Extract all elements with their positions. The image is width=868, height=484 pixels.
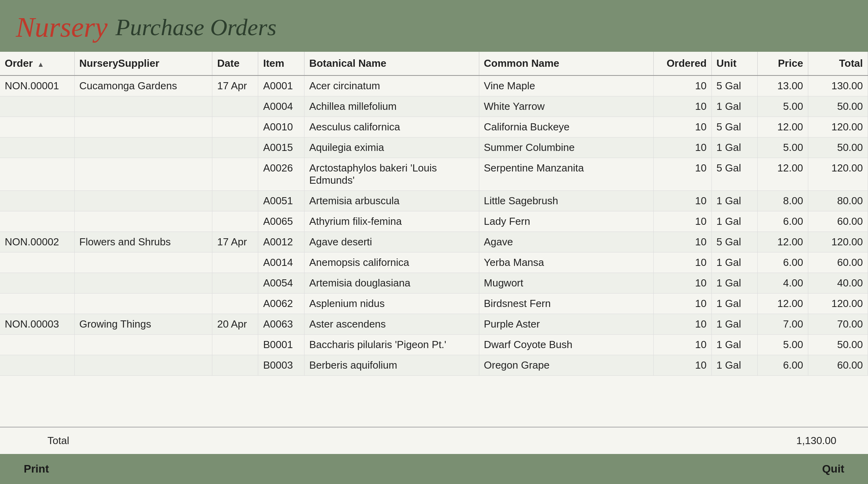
table-cell: 13.00	[758, 75, 808, 96]
table-cell	[0, 96, 74, 117]
table-cell: A0065	[258, 211, 304, 232]
table-cell: 17 Apr	[212, 232, 258, 252]
nursery-title: Nursery	[16, 11, 108, 44]
table-cell: 17 Apr	[212, 75, 258, 96]
table-cell	[0, 252, 74, 273]
table-body: NON.00001Cucamonga Gardens17 AprA0001Ace…	[0, 75, 868, 376]
table-cell: A0054	[258, 273, 304, 294]
table-cell: California Buckeye	[479, 117, 654, 137]
table-cell: Aster ascendens	[304, 314, 479, 335]
table-cell: Asplenium nidus	[304, 294, 479, 314]
table-row: A0054Artemisia douglasianaMugwort101 Gal…	[0, 273, 868, 294]
table-cell: Aquilegia eximia	[304, 137, 479, 158]
table-cell: NON.00002	[0, 232, 74, 252]
table-cell: Berberis aquifolium	[304, 355, 479, 376]
table-cell: 5 Gal	[711, 158, 757, 191]
table-cell: 10	[654, 191, 712, 211]
table-cell: Lady Fern	[479, 211, 654, 232]
table-cell	[74, 335, 212, 355]
table-row: A0014Anemopsis californicaYerba Mansa101…	[0, 252, 868, 273]
table-cell: 1 Gal	[711, 191, 757, 211]
table-cell: 10	[654, 294, 712, 314]
table-cell: 5.00	[758, 137, 808, 158]
table-cell	[212, 252, 258, 273]
table-cell	[0, 117, 74, 137]
col-header-unit[interactable]: Unit	[711, 52, 757, 75]
table-cell	[74, 158, 212, 191]
table-cell: 120.00	[808, 117, 868, 137]
table-cell: Anemopsis californica	[304, 252, 479, 273]
table-cell: 5 Gal	[711, 117, 757, 137]
col-header-total[interactable]: Total	[808, 52, 868, 75]
table-cell: 10	[654, 252, 712, 273]
quit-button[interactable]: Quit	[822, 463, 844, 475]
table-cell: NON.00003	[0, 314, 74, 335]
table-cell	[212, 96, 258, 117]
table-row: NON.00001Cucamonga Gardens17 AprA0001Ace…	[0, 75, 868, 96]
col-header-ordered[interactable]: Ordered	[654, 52, 712, 75]
table-row: B0003Berberis aquifoliumOregon Grape101 …	[0, 355, 868, 376]
table-cell	[0, 335, 74, 355]
col-header-item[interactable]: Item	[258, 52, 304, 75]
table-cell: 6.00	[758, 211, 808, 232]
table-cell: Birdsnest Fern	[479, 294, 654, 314]
table-cell: 1 Gal	[711, 273, 757, 294]
table-cell	[212, 355, 258, 376]
table-cell	[74, 355, 212, 376]
table-cell: Agave	[479, 232, 654, 252]
table-cell: Little Sagebrush	[479, 191, 654, 211]
table-cell: NON.00001	[0, 75, 74, 96]
table-cell: 10	[654, 273, 712, 294]
table-cell: Dwarf Coyote Bush	[479, 335, 654, 355]
table-cell: A0001	[258, 75, 304, 96]
table-cell	[0, 273, 74, 294]
col-header-supplier[interactable]: NurserySupplier	[74, 52, 212, 75]
table-cell: A0051	[258, 191, 304, 211]
table-cell: 40.00	[808, 273, 868, 294]
table-cell	[0, 137, 74, 158]
table-cell: 1 Gal	[711, 355, 757, 376]
col-header-order[interactable]: Order ▲	[0, 52, 74, 75]
table-cell: A0004	[258, 96, 304, 117]
table-cell: 1 Gal	[711, 294, 757, 314]
table-cell: 50.00	[808, 335, 868, 355]
col-header-common[interactable]: Common Name	[479, 52, 654, 75]
table-cell: 12.00	[758, 117, 808, 137]
table-cell: 10	[654, 335, 712, 355]
table-cell	[212, 273, 258, 294]
col-header-date[interactable]: Date	[212, 52, 258, 75]
table-cell: A0062	[258, 294, 304, 314]
table-cell: 4.00	[758, 273, 808, 294]
page-title: Purchase Orders	[115, 14, 276, 41]
orders-table: Order ▲ NurserySupplier Date Item Botani…	[0, 52, 868, 376]
table-cell: Acer circinatum	[304, 75, 479, 96]
table-cell: 10	[654, 232, 712, 252]
col-header-botanical[interactable]: Botanical Name	[304, 52, 479, 75]
table-cell: 50.00	[808, 137, 868, 158]
table-cell: A0063	[258, 314, 304, 335]
table-cell: 10	[654, 117, 712, 137]
sort-arrow-icon: ▲	[37, 60, 44, 68]
table-cell	[74, 191, 212, 211]
table-cell: 70.00	[808, 314, 868, 335]
table-container: Order ▲ NurserySupplier Date Item Botani…	[0, 52, 868, 427]
table-cell: 12.00	[758, 232, 808, 252]
print-button[interactable]: Print	[24, 463, 49, 475]
table-cell: A0012	[258, 232, 304, 252]
table-cell: Agave deserti	[304, 232, 479, 252]
table-cell: Artemisia arbuscula	[304, 191, 479, 211]
table-cell	[212, 117, 258, 137]
table-row: A0015Aquilegia eximiaSummer Columbine101…	[0, 137, 868, 158]
table-cell: 7.00	[758, 314, 808, 335]
table-row: NON.00003Growing Things20 AprA0063Aster …	[0, 314, 868, 335]
table-cell: 10	[654, 96, 712, 117]
table-cell: 5.00	[758, 96, 808, 117]
table-cell: 10	[654, 211, 712, 232]
table-cell	[0, 211, 74, 232]
table-cell: Aesculus californica	[304, 117, 479, 137]
table-cell: 8.00	[758, 191, 808, 211]
main-content: Order ▲ NurserySupplier Date Item Botani…	[0, 52, 868, 454]
col-header-price[interactable]: Price	[758, 52, 808, 75]
table-cell: A0014	[258, 252, 304, 273]
table-cell: 80.00	[808, 191, 868, 211]
